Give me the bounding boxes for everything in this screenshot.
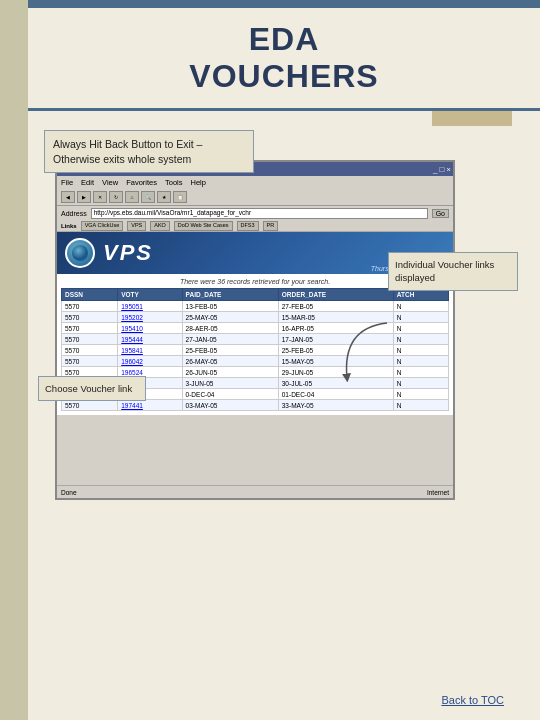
vps-logo (65, 238, 95, 268)
table-cell: 28-AER-05 (182, 323, 278, 334)
page-title: EDA VOUCHERS (189, 21, 378, 95)
minimize-icon[interactable]: _ (433, 165, 437, 174)
link-dod[interactable]: DoD Web Ste Cases (174, 221, 233, 231)
vps-title-text: VPS (103, 240, 153, 266)
search-button[interactable]: 🔍 (141, 191, 155, 203)
table-cell: 0-DEC-04 (182, 389, 278, 400)
col-paid-date: PAID_DATE (182, 289, 278, 301)
favorites-button[interactable]: ★ (157, 191, 171, 203)
table-cell: 13-FEB-05 (182, 301, 278, 312)
col-order-date: ORDER_DATE (278, 289, 393, 301)
table-cell: 5570 (62, 345, 118, 356)
arrow-voucher (332, 318, 392, 388)
table-cell: N (393, 389, 448, 400)
voucher-link-cell[interactable]: 195841 (118, 345, 182, 356)
go-button[interactable]: Go (432, 209, 449, 218)
table-cell: 5570 (62, 356, 118, 367)
table-cell: N (393, 301, 448, 312)
address-input[interactable]: http://vps.ebs.dau.mil/VisaOra/mr1_datap… (91, 208, 428, 219)
menu-tools[interactable]: Tools (165, 178, 183, 187)
browser-toolbar: ◀ ▶ ✕ ↻ ⌂ 🔍 ★ 📋 (57, 188, 453, 206)
table-cell: 25-MAY-05 (182, 312, 278, 323)
table-cell: 26-JUN-05 (182, 367, 278, 378)
link-vps[interactable]: VPS (127, 221, 146, 231)
address-label: Address (61, 210, 87, 217)
browser-linksbar: Links VGA ClickUse VPS AKO DoD Web Ste C… (57, 220, 453, 232)
voucher-link-cell[interactable]: 195051 (118, 301, 182, 312)
close-icon[interactable]: × (446, 165, 451, 174)
link-pr[interactable]: PR (263, 221, 279, 231)
callout-choose-voucher: Choose Voucher link (38, 376, 146, 401)
menu-favorites[interactable]: Favorites (126, 178, 157, 187)
table-cell: 27-JAN-05 (182, 334, 278, 345)
table-cell: N (393, 378, 448, 389)
maximize-icon[interactable]: □ (439, 165, 444, 174)
voucher-link-cell[interactable]: 195410 (118, 323, 182, 334)
table-cell: N (393, 323, 448, 334)
table-cell: 5570 (62, 334, 118, 345)
link-dfs3[interactable]: DFS3 (237, 221, 259, 231)
table-cell: 5570 (62, 323, 118, 334)
table-cell: N (393, 400, 448, 411)
table-cell: N (393, 334, 448, 345)
menu-help[interactable]: Help (191, 178, 206, 187)
table-cell: 25-FEB-05 (182, 345, 278, 356)
svg-point-0 (72, 245, 88, 261)
voucher-link-cell[interactable]: 196042 (118, 356, 182, 367)
title-rule (28, 108, 540, 111)
back-to-toc-link[interactable]: Back to TOC (441, 694, 504, 706)
table-cell: N (393, 345, 448, 356)
home-button[interactable]: ⌂ (125, 191, 139, 203)
back-button[interactable]: ◀ (61, 191, 75, 203)
menu-edit[interactable]: Edit (81, 178, 94, 187)
callout-individual-voucher: Individual Voucher links displayed (388, 252, 518, 291)
col-voty: VOTY (118, 289, 182, 301)
link-vga[interactable]: VGA ClickUse (81, 221, 124, 231)
table-cell: 5570 (62, 301, 118, 312)
refresh-button[interactable]: ↻ (109, 191, 123, 203)
menu-file[interactable]: File (61, 178, 73, 187)
title-area: EDA VOUCHERS (28, 8, 540, 108)
table-cell: N (393, 356, 448, 367)
statusbar-text: Done (61, 489, 77, 496)
table-cell: N (393, 367, 448, 378)
table-cell: 5570 (62, 312, 118, 323)
table-cell: 01-DEC-04 (278, 389, 393, 400)
link-ako[interactable]: AKO (150, 221, 170, 231)
stop-button[interactable]: ✕ (93, 191, 107, 203)
table-cell: 26-MAY-05 (182, 356, 278, 367)
table-row: 557019505113-FEB-0527-FEB-05N (62, 301, 449, 312)
links-label: Links (61, 223, 77, 229)
forward-button[interactable]: ▶ (77, 191, 91, 203)
table-cell: N (393, 312, 448, 323)
table-cell: 03-MAY-05 (182, 400, 278, 411)
browser-addressbar: Address http://vps.ebs.dau.mil/VisaOra/m… (57, 206, 453, 220)
table-cell: 3-JUN-05 (182, 378, 278, 389)
history-button[interactable]: 📋 (173, 191, 187, 203)
table-cell: 27-FEB-05 (278, 301, 393, 312)
voucher-link-cell[interactable]: 195444 (118, 334, 182, 345)
voucher-link-cell[interactable]: 195202 (118, 312, 182, 323)
browser-statusbar: Done Internet (57, 485, 453, 498)
statusbar-zone: Internet (427, 489, 449, 496)
menu-view[interactable]: View (102, 178, 118, 187)
left-accent-bar (0, 0, 28, 720)
browser-menubar: File Edit View Favorites Tools Help (57, 176, 453, 188)
col-dssn: DSSN (62, 289, 118, 301)
callout-back-button: Always Hit Back Button to Exit – Otherwi… (44, 130, 254, 173)
table-cell: 33-MAY-05 (278, 400, 393, 411)
browser-window: _ □ × File Edit View Favorites Tools Hel… (55, 160, 455, 500)
top-accent-bar (28, 0, 540, 8)
